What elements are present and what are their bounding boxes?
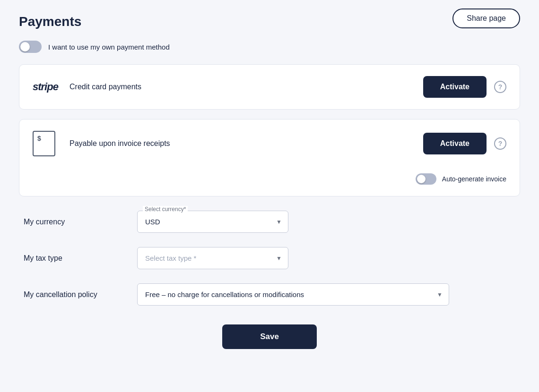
tax-type-select-wrapper: Select tax type * VAT GST Sales Tax None… xyxy=(137,247,288,269)
invoice-icon xyxy=(33,131,61,156)
cancellation-policy-select[interactable]: Free – no charge for cancellations or mo… xyxy=(137,283,449,306)
stripe-activate-button[interactable]: Activate xyxy=(423,76,487,98)
invoice-payment-card: Payable upon invoice receipts Activate ?… xyxy=(19,119,520,196)
save-section: Save xyxy=(19,324,520,349)
tax-type-select[interactable]: Select tax type * VAT GST Sales Tax None xyxy=(137,247,288,269)
auto-generate-invoice-toggle[interactable] xyxy=(416,173,436,185)
tax-type-row: My tax type Select tax type * VAT GST Sa… xyxy=(24,247,515,269)
currency-floating-label: Select currency* xyxy=(143,206,188,213)
currency-row: My currency Select currency* USD EUR GBP… xyxy=(24,211,515,233)
invoice-help-icon[interactable]: ? xyxy=(494,137,506,150)
settings-section: My currency Select currency* USD EUR GBP… xyxy=(19,211,520,306)
page-title: Payments xyxy=(19,14,520,29)
share-page-button[interactable]: Share page xyxy=(452,9,520,28)
cancellation-policy-row: My cancellation policy Free – no charge … xyxy=(24,283,515,306)
save-button[interactable]: Save xyxy=(222,324,317,349)
tax-type-label: My tax type xyxy=(24,254,118,263)
stripe-help-icon[interactable]: ? xyxy=(494,81,506,93)
own-payment-toggle[interactable] xyxy=(19,41,42,53)
currency-select-wrapper: Select currency* USD EUR GBP CAD AUD ▼ xyxy=(137,211,288,233)
currency-label: My currency xyxy=(24,218,118,226)
own-payment-label: I want to use my own payment method xyxy=(48,43,170,51)
currency-select[interactable]: USD EUR GBP CAD AUD xyxy=(137,211,288,233)
stripe-payment-label: Credit card payments xyxy=(70,83,141,91)
stripe-payment-card: stripe Credit card payments Activate ? xyxy=(19,64,520,110)
stripe-logo-icon: stripe xyxy=(33,81,61,93)
cancellation-policy-label: My cancellation policy xyxy=(24,290,118,299)
auto-generate-invoice-label: Auto-generate invoice xyxy=(442,175,506,183)
own-payment-toggle-row: I want to use my own payment method xyxy=(19,41,520,53)
invoice-activate-button[interactable]: Activate xyxy=(423,133,487,154)
invoice-payment-label: Payable upon invoice receipts xyxy=(70,139,170,148)
cancellation-policy-select-wrapper: Free – no charge for cancellations or mo… xyxy=(137,283,449,306)
